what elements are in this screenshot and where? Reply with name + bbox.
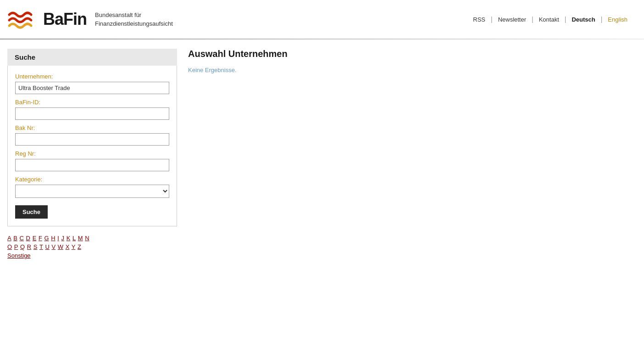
- reg-nr-label: Reg Nr:: [15, 150, 169, 157]
- bak-nr-input[interactable]: [15, 133, 169, 146]
- alpha-d[interactable]: D: [26, 235, 30, 242]
- alpha-z[interactable]: Z: [78, 243, 81, 250]
- alpha-i[interactable]: I: [57, 235, 59, 242]
- no-results-text: Keine Ergebnisse.: [188, 67, 626, 73]
- alphabet-nav: A B C D E F G H I J K L M N O P Q R S: [7, 235, 177, 259]
- alpha-v[interactable]: V: [51, 243, 56, 250]
- alpha-p[interactable]: P: [14, 243, 18, 250]
- bafin-id-label: BaFin-ID:: [15, 99, 169, 106]
- main-layout: Suche Unternehmen: BaFin-ID: Bak Nr: Reg…: [0, 39, 644, 268]
- tagline: Bundesanstalt für Finanzdienstleistungsa…: [95, 11, 173, 28]
- alpha-b[interactable]: B: [13, 235, 17, 242]
- alpha-o[interactable]: O: [7, 243, 12, 250]
- alpha-t[interactable]: T: [39, 243, 43, 250]
- alpha-q[interactable]: Q: [20, 243, 25, 250]
- alpha-e[interactable]: E: [33, 235, 37, 242]
- bafin-logo-waves: [7, 6, 35, 33]
- alpha-y[interactable]: Y: [72, 243, 76, 250]
- bafin-id-input[interactable]: [15, 107, 169, 120]
- alpha-h[interactable]: H: [51, 235, 55, 242]
- alpha-f[interactable]: F: [39, 235, 42, 242]
- logo-area: BaFin Bundesanstalt für Finanzdienstleis…: [7, 6, 173, 33]
- kontakt-link[interactable]: Kontakt: [533, 16, 565, 23]
- kategorie-label: Kategorie:: [15, 176, 169, 183]
- sidebar: Suche Unternehmen: BaFin-ID: Bak Nr: Reg…: [7, 49, 177, 259]
- alpha-m[interactable]: M: [78, 235, 83, 242]
- alpha-r[interactable]: R: [27, 243, 31, 250]
- english-lang-link[interactable]: English: [602, 16, 633, 23]
- alpha-row-1: A B C D E F G H I J K L M N: [7, 235, 177, 242]
- kategorie-select[interactable]: [15, 185, 169, 198]
- alpha-sonstige-row: Sonstige: [7, 252, 177, 259]
- content-area: Auswahl Unternehmen Keine Ergebnisse.: [177, 49, 637, 73]
- alpha-l[interactable]: L: [72, 235, 76, 242]
- bak-nr-label: Bak Nr:: [15, 124, 169, 131]
- unternehmen-input[interactable]: [15, 82, 169, 94]
- alpha-j[interactable]: J: [61, 235, 65, 242]
- header: BaFin Bundesanstalt für Finanzdienstleis…: [0, 0, 644, 39]
- sidebar-form: Unternehmen: BaFin-ID: Bak Nr: Reg Nr: K…: [7, 66, 177, 226]
- alpha-sonstige-link[interactable]: Sonstige: [7, 252, 31, 259]
- rss-link[interactable]: RSS: [467, 16, 491, 23]
- alpha-k[interactable]: K: [67, 235, 71, 242]
- alpha-a[interactable]: A: [7, 235, 11, 242]
- alpha-n[interactable]: N: [85, 235, 89, 242]
- reg-nr-input[interactable]: [15, 159, 169, 171]
- sidebar-title: Suche: [7, 49, 177, 66]
- content-title: Auswahl Unternehmen: [188, 49, 626, 59]
- alpha-x[interactable]: X: [66, 243, 70, 250]
- search-button[interactable]: Suche: [15, 205, 48, 219]
- alpha-s[interactable]: S: [33, 243, 38, 250]
- top-nav: RSS | Newsletter | Kontakt | Deutsch | E…: [467, 16, 633, 23]
- alpha-c[interactable]: C: [20, 235, 24, 242]
- unternehmen-label: Unternehmen:: [15, 73, 169, 80]
- newsletter-link[interactable]: Newsletter: [493, 16, 532, 23]
- alpha-u[interactable]: U: [45, 243, 49, 250]
- alpha-g[interactable]: G: [44, 235, 49, 242]
- logo-text: BaFin: [43, 10, 87, 29]
- deutsch-lang[interactable]: Deutsch: [566, 16, 600, 23]
- alpha-w[interactable]: W: [58, 243, 63, 250]
- alpha-row-2: O P Q R S T U V W X Y Z: [7, 243, 177, 250]
